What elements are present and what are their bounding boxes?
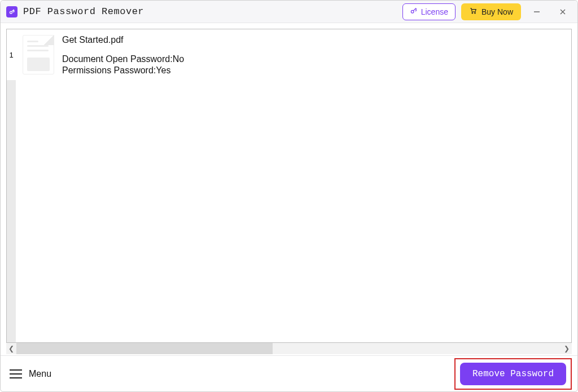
- open-password-line: Document Open Password:No: [62, 54, 184, 64]
- scroll-right-arrow-icon[interactable]: ❯: [562, 345, 572, 353]
- hamburger-icon: [10, 369, 22, 378]
- key-icon: [410, 7, 418, 16]
- minimize-button[interactable]: [527, 3, 547, 20]
- app-logo-icon: [6, 6, 17, 17]
- menu-button[interactable]: Menu: [6, 365, 55, 382]
- svg-point-0: [10, 11, 12, 14]
- permissions-password-line: Permissions Password:Yes: [62, 65, 184, 76]
- file-name: Get Started.pdf: [62, 35, 184, 45]
- scroll-track[interactable]: [16, 343, 562, 354]
- main-area: 1 Get Started.pdf Document Open P: [1, 23, 577, 355]
- file-thumbnail-icon: [23, 35, 54, 74]
- svg-point-3: [475, 12, 476, 14]
- cart-icon: [469, 7, 477, 16]
- scroll-thumb[interactable]: [16, 343, 273, 354]
- buy-now-button[interactable]: Buy Now: [461, 3, 521, 20]
- license-button[interactable]: License: [402, 3, 456, 20]
- footer-bar: Menu Remove Password: [1, 355, 577, 391]
- remove-password-button[interactable]: Remove Password: [460, 363, 566, 385]
- app-window: PDF Password Remover License Buy Now 1: [0, 0, 578, 392]
- license-label: License: [421, 7, 448, 16]
- scroll-left-arrow-icon[interactable]: ❮: [6, 345, 16, 353]
- file-list-frame: 1 Get Started.pdf Document Open P: [6, 29, 572, 343]
- svg-point-2: [472, 12, 473, 14]
- vertical-scroll-track[interactable]: [7, 80, 16, 342]
- svg-point-1: [411, 10, 414, 13]
- row-number-gutter: 1: [7, 29, 16, 342]
- file-meta: Get Started.pdf Document Open Password:N…: [62, 35, 184, 76]
- menu-label: Menu: [29, 369, 51, 379]
- file-list-body: Get Started.pdf Document Open Password:N…: [16, 29, 571, 342]
- close-button[interactable]: [553, 3, 573, 20]
- app-title: PDF Password Remover: [23, 6, 144, 17]
- file-row[interactable]: Get Started.pdf Document Open Password:N…: [16, 29, 571, 80]
- annotation-highlight: Remove Password: [454, 358, 572, 390]
- row-number: 1: [7, 29, 16, 80]
- horizontal-scrollbar[interactable]: ❮ ❯: [6, 343, 572, 354]
- buy-now-label: Buy Now: [481, 7, 513, 16]
- title-bar: PDF Password Remover License Buy Now: [1, 1, 577, 23]
